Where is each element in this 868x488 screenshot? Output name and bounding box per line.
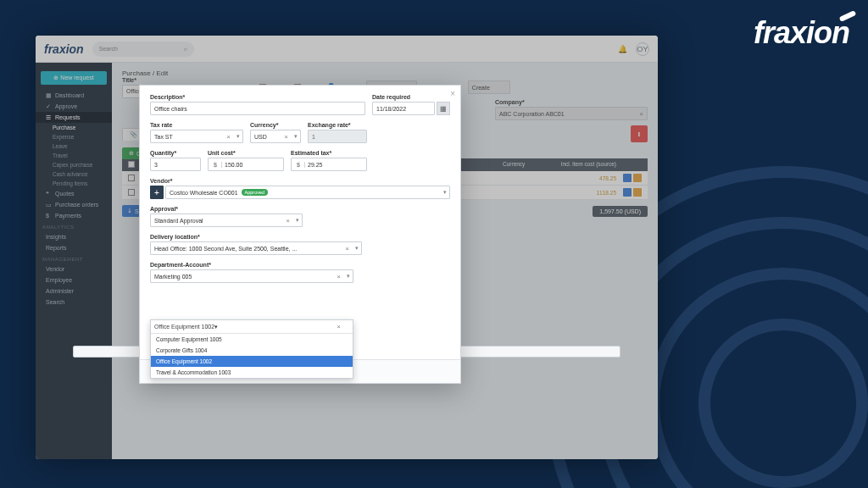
clear-icon[interactable]: × [337,273,341,280]
chevron-down-icon[interactable]: ▾ [355,245,359,252]
esttax-label: Estimated tax* [291,150,367,156]
unitcost-field[interactable]: $150.00 [208,158,284,171]
approval-label: Approval* [150,206,450,212]
unitcost-label: Unit cost* [208,150,284,156]
delivery-label: Delivery location* [150,234,450,240]
deptacct-label: Department-Account* [150,262,450,268]
chevron-down-icon: ▾ [214,324,218,330]
dropdown-option[interactable]: Travel & Accommodation 1003 [151,367,353,378]
deptacct-field[interactable]: Marketing 005×▾ [150,269,353,283]
calendar-icon[interactable]: ▦ [437,102,450,115]
dropdown-option[interactable]: Office Equipment 1002 [151,356,353,367]
dropdown-option[interactable]: Computer Equipment 1005 [151,334,353,345]
clear-icon[interactable]: × [284,133,288,141]
currency-label: Currency* [250,122,301,128]
line-item-modal: × Description* Office chairs Date requir… [139,85,461,384]
chevron-down-icon[interactable]: ▾ [236,133,240,140]
brand-logo-large: fraxion [754,15,849,51]
add-vendor-button[interactable]: + [150,186,164,199]
esttax-field[interactable]: $29.25 [291,158,367,171]
chevron-down-icon[interactable]: ▾ [443,189,447,196]
date-label: Date required [372,94,450,100]
approved-badge: Approved [242,189,269,196]
taxrate-label: Tax rate [150,122,243,128]
exchange-field: 1 [308,130,367,143]
description-field[interactable]: Office chairs [150,102,365,115]
vendor-field[interactable]: Costco Wholesale CO001 Approved ▾ [165,186,450,199]
clear-icon[interactable]: × [286,217,290,225]
qty-label: Quantity* [150,150,201,156]
dropdown-search[interactable]: Office Equipment 1002×▾ [151,320,353,334]
exchange-label: Exchange rate* [308,122,367,128]
close-icon[interactable]: × [450,89,455,98]
chevron-down-icon[interactable]: ▾ [296,217,299,224]
date-field[interactable]: 11/18/2022 [372,102,435,115]
clear-icon[interactable]: × [226,133,231,141]
clear-icon[interactable]: × [337,323,341,330]
clear-icon[interactable]: × [345,245,349,252]
vendor-label: Vendor* [150,178,450,184]
currency-field[interactable]: USD×▾ [250,130,301,143]
deptacct-dropdown[interactable]: Office Equipment 1002×▾ Computer Equipme… [150,319,353,379]
dropdown-option[interactable]: Corporate Gifts 1004 [151,345,353,356]
chevron-down-icon[interactable]: ▾ [294,133,298,140]
approval-field[interactable]: Standard Approval×▾ [150,214,303,227]
qty-field[interactable]: 3 [150,158,201,171]
description-label: Description* [150,94,365,100]
chevron-down-icon[interactable]: ▾ [347,273,350,280]
taxrate-field[interactable]: Tax ST×▾ [150,130,243,143]
delivery-field[interactable]: Head Office: 1000 Second Ave, Suite 2500… [150,241,362,255]
